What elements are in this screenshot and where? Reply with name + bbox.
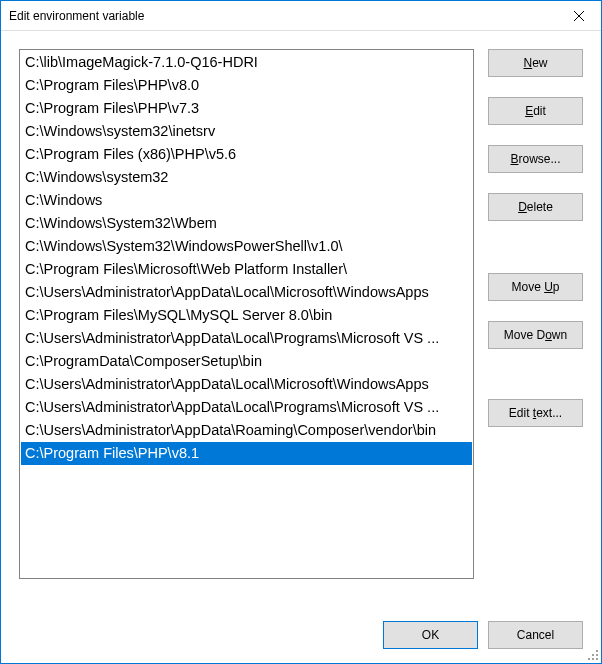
list-item[interactable]: C:\Users\Administrator\AppData\Local\Pro…	[21, 327, 472, 350]
label: Edit	[525, 104, 546, 118]
list-item[interactable]: C:\Users\Administrator\AppData\Local\Mic…	[21, 373, 472, 396]
close-button[interactable]	[556, 1, 601, 30]
list-item[interactable]: C:\Program Files\PHP\v8.1	[21, 442, 472, 465]
list-item[interactable]: C:\Users\Administrator\AppData\Roaming\C…	[21, 419, 472, 442]
path-listbox[interactable]: C:\lib\ImageMagick-7.1.0-Q16-HDRIC:\Prog…	[19, 49, 474, 579]
client-area: C:\lib\ImageMagick-7.1.0-Q16-HDRIC:\Prog…	[1, 31, 601, 663]
list-item[interactable]: C:\Users\Administrator\AppData\Local\Pro…	[21, 396, 472, 419]
list-item[interactable]: C:\Program Files (x86)\PHP\v5.6	[21, 143, 472, 166]
main-row: C:\lib\ImageMagick-7.1.0-Q16-HDRIC:\Prog…	[19, 49, 583, 597]
label: Move Down	[504, 328, 567, 342]
close-icon	[574, 11, 584, 21]
resize-grip[interactable]	[586, 648, 600, 662]
new-button[interactable]: New	[488, 49, 583, 77]
move-down-button[interactable]: Move Down	[488, 321, 583, 349]
label: Edit text...	[509, 406, 562, 420]
dialog-window: Edit environment variable C:\lib\ImageMa…	[0, 0, 602, 664]
list-item[interactable]: C:\Program Files\PHP\v7.3	[21, 97, 472, 120]
label: New	[523, 56, 547, 70]
titlebar: Edit environment variable	[1, 1, 601, 31]
path-listbox-inner: C:\lib\ImageMagick-7.1.0-Q16-HDRIC:\Prog…	[20, 50, 473, 466]
list-item[interactable]: C:\Users\Administrator\AppData\Local\Mic…	[21, 281, 472, 304]
label: Browse...	[510, 152, 560, 166]
list-item[interactable]: C:\Program Files\PHP\v8.0	[21, 74, 472, 97]
edit-button[interactable]: Edit	[488, 97, 583, 125]
delete-button[interactable]: Delete	[488, 193, 583, 221]
list-item[interactable]: C:\Windows\system32\inetsrv	[21, 120, 472, 143]
label: Move Up	[511, 280, 559, 294]
browse-button[interactable]: Browse...	[488, 145, 583, 173]
window-title: Edit environment variable	[9, 9, 556, 23]
ok-button[interactable]: OK	[383, 621, 478, 649]
cancel-button[interactable]: Cancel	[488, 621, 583, 649]
list-item[interactable]: C:\Windows\system32	[21, 166, 472, 189]
list-item[interactable]: C:\Windows\System32\WindowsPowerShell\v1…	[21, 235, 472, 258]
list-item[interactable]: C:\Program Files\MySQL\MySQL Server 8.0\…	[21, 304, 472, 327]
edit-text-button[interactable]: Edit text...	[488, 399, 583, 427]
label: Delete	[518, 200, 553, 214]
dialog-footer: OK Cancel	[19, 621, 583, 649]
list-item[interactable]: C:\ProgramData\ComposerSetup\bin	[21, 350, 472, 373]
move-up-button[interactable]: Move Up	[488, 273, 583, 301]
list-item[interactable]: C:\lib\ImageMagick-7.1.0-Q16-HDRI	[21, 51, 472, 74]
list-item[interactable]: C:\Windows	[21, 189, 472, 212]
list-item[interactable]: C:\Windows\System32\Wbem	[21, 212, 472, 235]
list-item[interactable]: C:\Program Files\Microsoft\Web Platform …	[21, 258, 472, 281]
side-button-column: New Edit Browse... Delete Move Up	[488, 49, 583, 597]
